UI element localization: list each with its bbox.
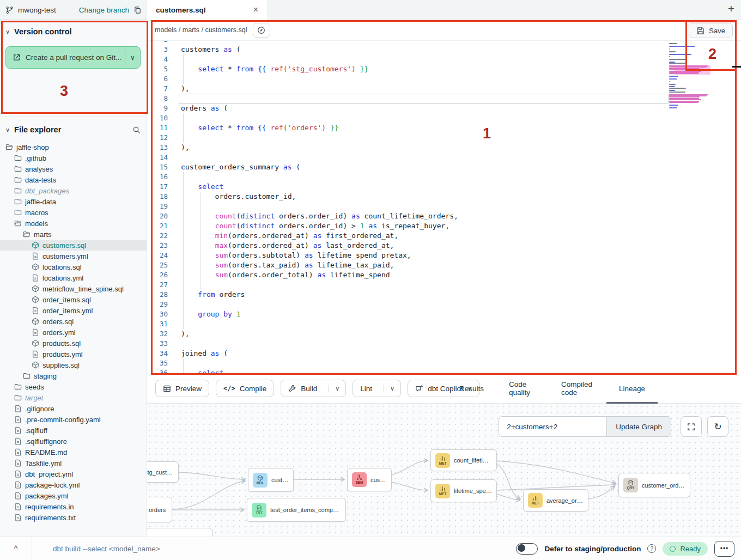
new-tab-button[interactable]: + [728,2,734,15]
code-line-6[interactable]: 6 [147,74,741,84]
tree-item-requirements.in[interactable]: requirements.in [0,501,147,512]
preview-button[interactable]: Preview [155,380,209,397]
code-line-35[interactable]: 35 [147,358,741,368]
code-line-27[interactable]: 27 [147,280,741,290]
code-line-30[interactable]: 30 group by 1 [147,309,741,319]
tree-item-orders.sql[interactable]: orders.sql [0,316,147,327]
code-line-23[interactable]: 23 max(orders.ordered_at) as last_ordere… [147,241,741,251]
tab-compiled-code[interactable]: Compiled code [549,375,606,404]
code-line-2[interactable]: 2 [147,41,741,45]
tree-item-.github[interactable]: .github [0,153,147,163]
tree-item-marts[interactable]: marts [0,229,147,240]
code-line-16[interactable]: 16 [147,172,741,182]
tree-item-jaffle-shop[interactable]: jaffle-shop [0,142,147,153]
tree-item-order_items.sql[interactable]: order_items.sql [0,294,147,305]
tree-item-Taskfile.yml[interactable]: Taskfile.yml [0,458,147,468]
copy-icon[interactable] [133,6,142,14]
lineage-node-orders[interactable]: orders [147,497,172,522]
tree-item-package-lock.yml[interactable]: package-lock.yml [0,479,147,490]
code-line-9[interactable]: 9orders as ( [147,104,741,113]
tree-item-customers.yml[interactable]: customers.yml [0,251,147,261]
lint-button[interactable]: Lint [353,385,379,393]
tree-item-order_items.yml[interactable]: order_items.yml [0,305,147,316]
file-explorer-header[interactable]: ∨ File explorer [0,119,147,137]
help-icon[interactable]: ? [647,544,656,553]
code-line-24[interactable]: 24 sum(orders.subtotal) as lifetime_spen… [147,251,741,260]
lineage-node-lifetime_spend_pretax[interactable]: METlifetime_spend_pretax [430,479,497,502]
code-line-20[interactable]: 20 count(distinct orders.order_id) as co… [147,211,741,221]
tree-item-dbt_packages[interactable]: dbt_packages [0,185,147,196]
lint-dropdown-caret[interactable]: ∨ [384,385,400,392]
code-line-17[interactable]: 17 select [147,182,741,192]
search-icon[interactable] [132,126,141,134]
build-dropdown-caret[interactable]: ∨ [329,385,345,392]
code-line-3[interactable]: 3customers as ( [147,45,741,54]
pr-dropdown-caret[interactable]: ∨ [125,47,140,68]
tree-item-customers.sql[interactable]: customers.sql [0,240,147,251]
update-graph-button[interactable]: Update Graph [606,416,671,437]
tree-item-models[interactable]: models [0,218,147,229]
docs-compass-button[interactable] [253,23,270,38]
lineage-node-stg_customers[interactable]: stg_customers [147,461,179,483]
tab-customers-sql[interactable]: customers.sql × [147,0,267,20]
tree-item-locations.yml[interactable]: locations.yml [0,272,147,283]
code-line-26[interactable]: 26 sum(orders.order_total) as lifetime_s… [147,270,741,280]
save-button[interactable]: Save [689,23,733,38]
code-editor[interactable]: 23customers as (45 select * from {{ ref(… [147,41,741,375]
build-button[interactable]: Build [281,385,324,393]
tree-item-.pre-commit-config.yaml[interactable]: .pre-commit-config.yaml [0,414,147,425]
code-line-4[interactable]: 4 [147,54,741,64]
lineage-selector-input[interactable] [499,416,606,437]
lineage-node-partial[interactable] [147,528,212,537]
tree-item-metricflow_time_spine.sql[interactable]: metricflow_time_spine.sql [0,283,147,294]
code-line-32[interactable]: 32), [147,329,741,339]
fullscreen-button[interactable] [681,416,702,437]
code-line-5[interactable]: 5 select * from {{ ref('stg_customers') … [147,64,741,74]
tab-close-icon[interactable]: × [253,5,258,14]
tree-item-.sqlfluff[interactable]: .sqlfluff [0,425,147,436]
code-line-25[interactable]: 25 sum(orders.tax_paid) as lifetime_tax_… [147,260,741,270]
tree-item-packages.yml[interactable]: packages.yml [0,490,147,501]
tree-item-data-tests[interactable]: data-tests [0,174,147,185]
lineage-node-customer_order_metrics[interactable]: QRYcustomer_order_metrics [618,473,690,497]
code-line-34[interactable]: 34joined as ( [147,349,741,358]
code-line-36[interactable]: 36 select [147,368,741,375]
code-line-33[interactable]: 33 [147,339,741,349]
code-line-13[interactable]: 13), [147,143,741,153]
lineage-node-count_lifetime_orders[interactable]: METcount_lifetime_orders [430,449,497,471]
lineage-node-customers-sem[interactable]: SEMcustomers [347,468,392,491]
tab-code-quality[interactable]: Code quality [496,375,549,404]
lineage-node-customers-mdl[interactable]: MDLcustomers [248,468,294,492]
code-line-18[interactable]: 18 orders.customer_id, [147,192,741,202]
code-line-31[interactable]: 31 [147,319,741,329]
tab-lineage[interactable]: Lineage [606,375,658,404]
tree-item-dbt_project.yml[interactable]: dbt_project.yml [0,468,147,479]
code-line-28[interactable]: 28 from orders [147,290,741,300]
tree-item-products.sql[interactable]: products.sql [0,338,147,349]
code-line-7[interactable]: 7), [147,84,741,94]
more-options-button[interactable]: ••• [714,541,734,557]
code-line-19[interactable]: 19 [147,202,741,211]
code-line-10[interactable]: 10 [147,113,741,123]
tree-item-products.yml[interactable]: products.yml [0,349,147,360]
refresh-button[interactable]: ↻ [707,416,728,437]
change-branch-link[interactable]: Change branch [79,6,129,14]
tree-item-.gitignore[interactable]: .gitignore [0,403,147,414]
tree-item-analyses[interactable]: analyses [0,163,147,174]
tree-item-macros[interactable]: macros [0,207,147,218]
command-input[interactable]: dbt build --select <model_name> [53,545,160,553]
tree-item-requirements.txt[interactable]: requirements.txt [0,512,147,523]
code-line-14[interactable]: 14 [147,153,741,162]
code-line-29[interactable]: 29 [147,300,741,309]
lineage-node-test_order_items[interactable]: TSTtest_order_items_compute_to_bools… [247,498,346,522]
code-line-15[interactable]: 15customer_orders_summary as ( [147,162,741,172]
code-line-11[interactable]: 11 select * from {{ ref('orders') }} [147,123,741,133]
tree-item-supplies.sql[interactable]: supplies.sql [0,360,147,370]
tree-item-target[interactable]: target [0,392,147,403]
editor-minimap[interactable] [669,42,720,108]
create-pull-request-button[interactable]: Create a pull request on Git... ∨ [5,46,141,69]
lineage-node-average_order_value[interactable]: METaverage_order_value [523,489,588,512]
tree-item-locations.sql[interactable]: locations.sql [0,261,147,272]
code-line-8[interactable]: 8 [147,94,741,104]
code-line-21[interactable]: 21 count(distinct orders.order_id) > 1 a… [147,221,741,231]
